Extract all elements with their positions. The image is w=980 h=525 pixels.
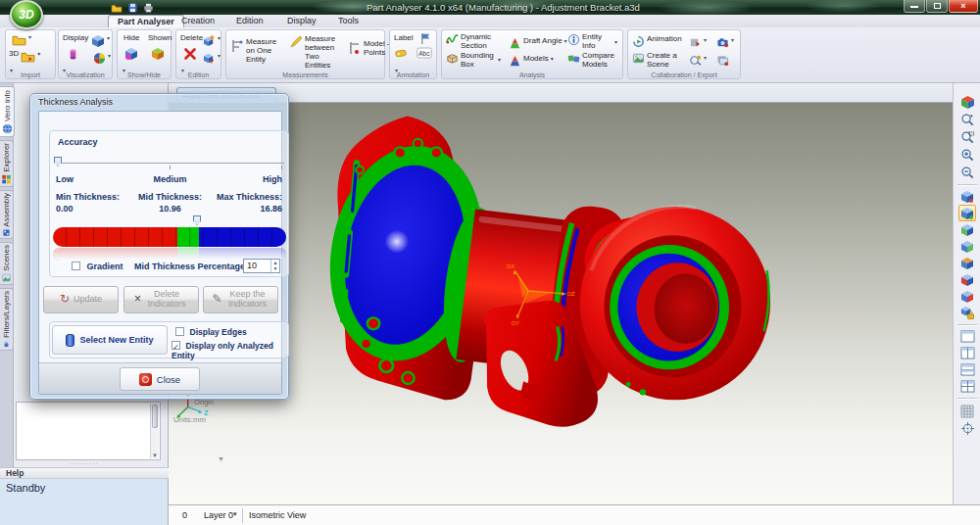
- dropdown-arrow-icon[interactable]: [218, 34, 220, 43]
- gradient-checkbox-box[interactable]: [72, 262, 80, 270]
- mid-pct-spinner[interactable]: 10 ▲▼: [243, 259, 280, 273]
- dropdown-arrow-icon[interactable]: [551, 55, 554, 64]
- hide-button-icon[interactable]: [124, 47, 138, 61]
- layer-selector[interactable]: Layer 0: [204, 510, 233, 520]
- save-icon[interactable]: [127, 3, 138, 13]
- dropdown-arrow-icon[interactable]: [218, 52, 220, 61]
- layer-dropdown-icon[interactable]: ▾: [233, 510, 237, 518]
- accuracy-slider-thumb[interactable]: [54, 157, 62, 167]
- mid-color-slider-thumb[interactable]: [193, 215, 201, 225]
- analysis-dropdown-1[interactable]: [498, 56, 501, 65]
- app-logo[interactable]: 3D: [10, 0, 43, 29]
- select-new-entity-button[interactable]: Select New Entity: [52, 325, 168, 355]
- scroll-down-indicator-icon[interactable]: ▼: [218, 455, 224, 462]
- create-scene-button[interactable]: Create a Scene: [632, 52, 686, 70]
- view-cube-colored-icon[interactable]: [958, 94, 976, 111]
- models-button[interactable]: Models: [509, 55, 554, 68]
- print-icon[interactable]: [143, 3, 154, 13]
- tag-button[interactable]: [394, 47, 408, 60]
- display-only-checkbox-box[interactable]: [172, 341, 180, 350]
- dropdown-arrow-icon[interactable]: [107, 34, 110, 43]
- dropdown-arrow-icon[interactable]: [37, 50, 40, 59]
- close-icon[interactable]: ×: [949, 0, 978, 13]
- scrollbar-thumb[interactable]: [152, 405, 158, 428]
- zoom-select-icon[interactable]: [958, 112, 976, 128]
- capture-button[interactable]: [716, 36, 734, 49]
- sidebar-tab-vero-info[interactable]: Vero Info: [0, 86, 15, 137]
- label-button[interactable]: Label: [394, 34, 414, 43]
- view-lock-icon[interactable]: [958, 305, 976, 321]
- dropdown-arrow-icon[interactable]: [704, 36, 707, 45]
- view-iso-2-icon[interactable]: [958, 205, 976, 221]
- gradient-checkbox[interactable]: Gradient: [72, 262, 123, 271]
- center-target-icon[interactable]: [958, 420, 976, 437]
- delete-indicators-button[interactable]: × Delete Indicators: [123, 286, 199, 313]
- display-button[interactable]: Display: [63, 34, 88, 43]
- render-mode-button[interactable]: [91, 34, 110, 48]
- tab-creation[interactable]: Creation: [172, 15, 223, 27]
- view-left-icon[interactable]: [958, 255, 976, 271]
- text-annotation-button[interactable]: Abc: [416, 47, 432, 59]
- info-list[interactable]: ▼: [16, 402, 161, 460]
- tab-tools[interactable]: Tools: [329, 15, 368, 27]
- shown-button[interactable]: Shown: [148, 34, 172, 43]
- delete-button[interactable]: Delete: [180, 34, 203, 43]
- layout-single-icon[interactable]: [958, 328, 976, 345]
- dropdown-arrow-icon[interactable]: [108, 52, 111, 61]
- restore-icon[interactable]: [926, 0, 948, 13]
- entity-info-button[interactable]: Entity Info: [567, 33, 610, 51]
- dropdown-arrow-icon[interactable]: [704, 54, 707, 63]
- sidebar-tab-explorer[interactable]: Explorer: [0, 140, 14, 187]
- open-folder-icon[interactable]: [111, 3, 122, 13]
- animation-button[interactable]: Animation: [632, 35, 682, 48]
- tab-display[interactable]: Display: [278, 15, 325, 27]
- layout-split-horizontal-icon[interactable]: [958, 361, 976, 378]
- delete-button-icon[interactable]: [183, 47, 197, 61]
- view-iso-1-icon[interactable]: [958, 188, 976, 205]
- analysis-dropdown-2[interactable]: [614, 38, 617, 47]
- display-only-checkbox[interactable]: Display only Analyzed Entity: [172, 341, 288, 360]
- thickness-analysis-dialog[interactable]: Thickness Analysis Accuracy Low Medium H…: [29, 93, 289, 400]
- view-top-icon[interactable]: [958, 288, 976, 305]
- view-right-icon[interactable]: [958, 271, 976, 288]
- flag-button[interactable]: [419, 32, 432, 45]
- color-button[interactable]: [93, 52, 111, 65]
- grid-icon[interactable]: [958, 403, 976, 419]
- close-dialog-button[interactable]: Close: [120, 367, 200, 391]
- layout-split-vertical-icon[interactable]: [958, 345, 976, 361]
- import-3d-button[interactable]: [12, 33, 31, 46]
- shown-button-icon[interactable]: [151, 47, 165, 61]
- tab-edition[interactable]: Edition: [227, 15, 272, 27]
- sidebar-tab-filters-layers[interactable]: Filters/Layers: [0, 288, 14, 351]
- minimize-icon[interactable]: [904, 0, 925, 13]
- draft-angle-button[interactable]: Draft Angle: [509, 37, 567, 50]
- ring-bore[interactable]: [580, 207, 770, 400]
- sidebar-tab-scenes[interactable]: Scenes: [0, 242, 14, 285]
- dropdown-arrow-icon[interactable]: [731, 36, 734, 45]
- dynamic-section-button[interactable]: Dynamic Section: [446, 33, 498, 51]
- compare-models-button[interactable]: Compare Models: [567, 52, 617, 70]
- display-edges-checkbox-box[interactable]: [175, 327, 184, 336]
- scrollbar-down-icon[interactable]: ▼: [151, 453, 159, 458]
- export-view-button[interactable]: [689, 54, 707, 67]
- update-button[interactable]: ↻ Update: [43, 286, 119, 313]
- measure-between-button[interactable]: Measure between Two Entities: [289, 35, 346, 71]
- dropdown-arrow-icon[interactable]: [28, 33, 31, 42]
- panel-splitter[interactable]: ·········: [59, 460, 110, 467]
- spinner-arrows-icon[interactable]: ▲▼: [270, 260, 279, 272]
- accuracy-slider[interactable]: [56, 163, 284, 164]
- display-cylinder-button[interactable]: [67, 47, 79, 62]
- measure-one-entity-button[interactable]: Measure on One Entity: [230, 38, 285, 65]
- zoom-window-icon[interactable]: [958, 129, 976, 146]
- share-button[interactable]: [716, 54, 729, 67]
- scrollbar[interactable]: ▼: [150, 404, 159, 458]
- new-entity-button[interactable]: [203, 34, 220, 47]
- bounding-box-button[interactable]: Bounding Box: [446, 52, 500, 70]
- import-file-button[interactable]: 3D: [9, 50, 40, 63]
- edit-entity-button[interactable]: [203, 52, 220, 65]
- display-edges-checkbox[interactable]: Display Edges: [175, 327, 247, 337]
- export-model-button[interactable]: [689, 36, 707, 49]
- zoom-in-icon[interactable]: [958, 147, 976, 164]
- zoom-out-icon[interactable]: [958, 165, 976, 181]
- sidebar-tab-assembly[interactable]: Assembly: [0, 190, 14, 239]
